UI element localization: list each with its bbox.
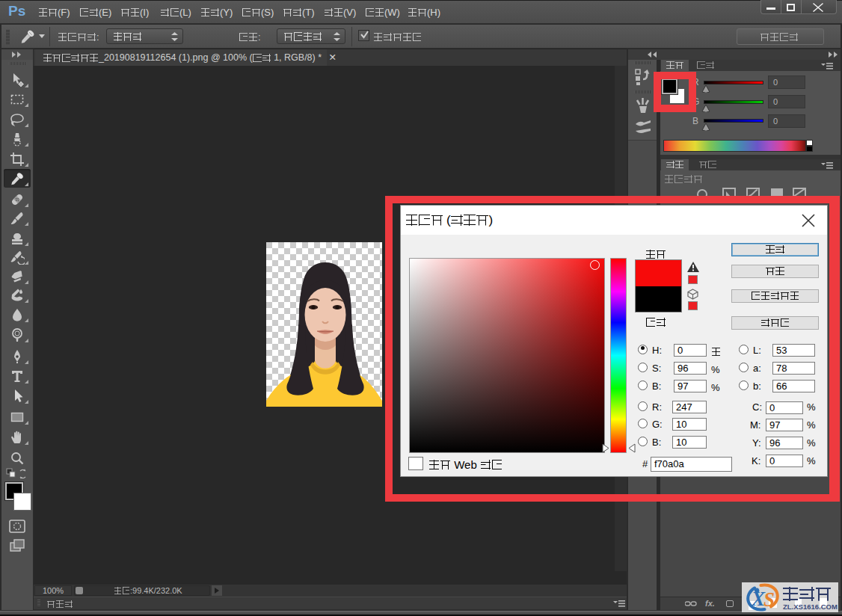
svg-text:S: S — [763, 588, 775, 611]
